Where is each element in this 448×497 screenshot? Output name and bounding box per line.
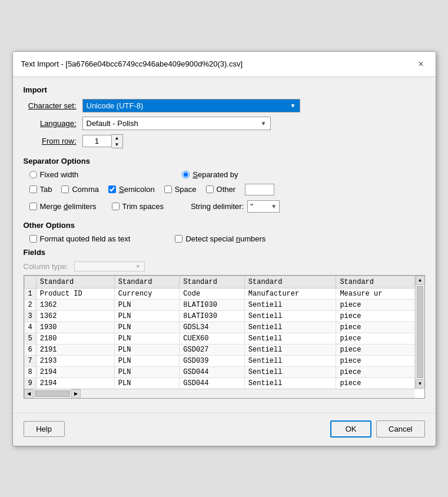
separator-section-label: Separator Options: [24, 157, 425, 165]
trim-spaces-option[interactable]: Trim spaces: [112, 202, 164, 211]
table-cell: Manufacturer: [244, 288, 336, 299]
header-rownum: [24, 276, 36, 288]
column-type-select[interactable]: ▼: [74, 261, 145, 271]
table-cell: PLN: [114, 366, 180, 377]
detect-special-checkbox[interactable]: [175, 235, 182, 243]
row-number: 2: [24, 299, 36, 310]
table-cell: piece: [336, 377, 414, 389]
table-cell: PLN: [114, 310, 180, 322]
table-row: 41930PLNGDSL34Sentiellpiece: [24, 322, 414, 333]
delimiter-arrow-icon: ▼: [271, 203, 277, 210]
string-delimiter-label: String delimiter:: [191, 202, 244, 211]
row-number: 9: [24, 377, 36, 389]
charset-value: Unicode (UTF-8): [87, 101, 144, 110]
comma-checkbox[interactable]: [61, 185, 69, 193]
import-section-label: Import: [24, 85, 425, 94]
table-cell: Sentiell: [244, 333, 336, 344]
tab-checkbox[interactable]: [29, 185, 37, 193]
table-cell: PLN: [114, 344, 180, 355]
scroll-right-button[interactable]: ▶: [71, 389, 81, 399]
other-char-input[interactable]: [245, 184, 274, 196]
separated-by-option[interactable]: Separated by: [182, 170, 238, 179]
table-cell: Sentiell: [244, 344, 336, 355]
table-cell: PLN: [114, 355, 180, 366]
header-col3: Standard: [180, 276, 245, 288]
trim-spaces-label: Trim spaces: [122, 202, 164, 211]
horizontal-scrollbar[interactable]: ◀ ▶: [24, 389, 415, 398]
language-select[interactable]: Default - Polish ▼: [82, 117, 271, 130]
cancel-button[interactable]: Cancel: [376, 420, 424, 438]
header-col1: Standard: [36, 276, 114, 288]
table-cell: GSD039: [180, 355, 245, 366]
table-cell: Sentiell: [244, 377, 336, 389]
close-button[interactable]: ×: [414, 58, 427, 71]
separated-by-radio[interactable]: [182, 171, 190, 178]
space-option[interactable]: Space: [164, 185, 197, 194]
other-options: Format quoted field as text Detect speci…: [24, 234, 425, 243]
table-row: 31362PLN8LATI030Sentiellpiece: [24, 310, 414, 322]
header-col4: Standard: [244, 276, 336, 288]
row-number: 6: [24, 344, 36, 355]
tab-option[interactable]: Tab: [29, 185, 52, 194]
scroll-h-thumb[interactable]: [35, 390, 70, 397]
table-cell: 2191: [36, 344, 114, 355]
table-cell: GSD044: [180, 377, 245, 389]
charset-label: Character set:: [24, 101, 82, 110]
row-number: 3: [24, 310, 36, 322]
table-cell: PLN: [114, 377, 180, 389]
charset-label-text: Character set:: [28, 101, 77, 110]
column-type-row: Column type: ▼: [24, 261, 425, 271]
table-cell: piece: [336, 333, 414, 344]
title-bar: Text Import - [5a6766e04bcc6749cc946abe4…: [13, 52, 436, 77]
charset-select[interactable]: Unicode (UTF-8) ▼: [82, 99, 300, 112]
fromrow-input[interactable]: 1: [82, 135, 112, 147]
detect-special-option[interactable]: Detect special numbers: [175, 234, 266, 243]
table-row: 92194PLNGSD044Sentiellpiece: [24, 377, 414, 389]
preview-table-wrapper: Standard Standard Standard Standard Stan…: [24, 275, 425, 399]
charset-arrow-icon: ▼: [290, 102, 296, 109]
other-label: Other: [217, 185, 236, 194]
other-checkbox[interactable]: [206, 185, 214, 193]
dialog-footer: Help OK Cancel: [13, 413, 436, 446]
fromrow-spinner: 1 ▲ ▼: [82, 134, 123, 148]
fromrow-row: From row: 1 ▲ ▼: [24, 134, 425, 148]
table-row: 62191PLNGSD027Sentiellpiece: [24, 344, 414, 355]
semicolon-checkbox[interactable]: [108, 185, 116, 193]
merge-delimiters-checkbox[interactable]: [29, 203, 37, 210]
scroll-down-button[interactable]: ▼: [416, 379, 425, 389]
semicolon-option[interactable]: Semicolon: [108, 185, 155, 194]
fixed-width-option[interactable]: Fixed width: [29, 170, 79, 179]
scroll-left-button[interactable]: ◀: [24, 389, 34, 399]
scroll-up-button[interactable]: ▲: [416, 276, 425, 285]
table-cell: piece: [336, 355, 414, 366]
format-quoted-checkbox[interactable]: [29, 235, 37, 243]
table-cell: CUEX60: [180, 333, 245, 344]
comma-option[interactable]: Comma: [61, 185, 99, 194]
help-button[interactable]: Help: [24, 421, 65, 437]
space-checkbox[interactable]: [164, 185, 172, 193]
header-row-type: Standard Standard Standard Standard Stan…: [24, 276, 414, 288]
language-label: Language:: [24, 119, 82, 128]
semicolon-label: Semicolon: [119, 185, 155, 194]
language-arrow-icon: ▼: [261, 120, 267, 127]
ok-button[interactable]: OK: [330, 420, 371, 438]
row-number: 8: [24, 366, 36, 377]
fixed-width-radio[interactable]: [29, 171, 37, 178]
separator-options: Fixed width Separated by Tab Comma: [24, 170, 425, 213]
table-cell: PLN: [114, 333, 180, 344]
format-quoted-option[interactable]: Format quoted field as text: [29, 234, 131, 243]
table-cell: GSD027: [180, 344, 245, 355]
table-cell: piece: [336, 310, 414, 322]
spinner-up-button[interactable]: ▲: [112, 135, 122, 141]
vertical-scrollbar[interactable]: ▲ ▼: [415, 276, 424, 389]
string-delimiter-select[interactable]: " ▼: [247, 200, 280, 213]
spinner-down-button[interactable]: ▼: [112, 141, 122, 148]
merge-delimiters-option[interactable]: Merge delimiters: [29, 202, 97, 211]
scroll-thumb[interactable]: [417, 286, 423, 378]
dialog-body: Import Character set: Unicode (UTF-8) ▼ …: [13, 77, 436, 407]
table-cell: GSD044: [180, 366, 245, 377]
table-cell: Sentiell: [244, 310, 336, 322]
trim-spaces-checkbox[interactable]: [112, 203, 120, 210]
other-option[interactable]: Other: [206, 185, 236, 194]
sep-type-row: Fixed width Separated by: [29, 170, 425, 179]
